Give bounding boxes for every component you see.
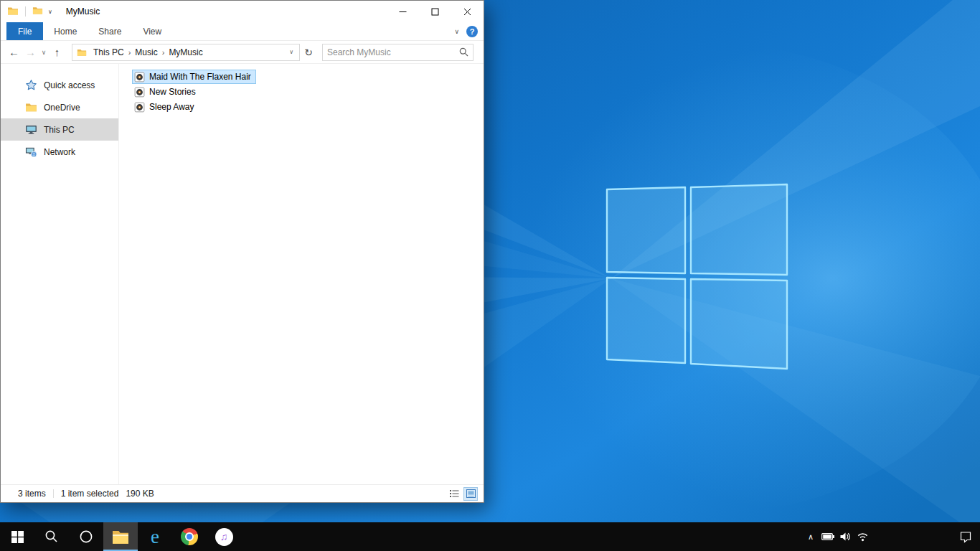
tab-file[interactable]: File (6, 22, 43, 40)
qat-dropdown-icon[interactable]: ∨ (47, 9, 54, 15)
large-icons-view-button[interactable] (463, 487, 478, 501)
sidebar-item-this-pc[interactable]: This PC (1, 118, 118, 141)
star-icon (24, 79, 37, 91)
status-bar: 3 items 1 item selected 190 KB (1, 484, 484, 502)
ribbon-tab-bar: File Home Share View ∨ ? (1, 22, 484, 41)
window-body: Quick access OneDrive (1, 64, 484, 484)
computer-icon (24, 123, 37, 136)
ribbon-right-controls: ∨ ? (454, 22, 484, 40)
music-file-icon (134, 72, 145, 83)
help-button[interactable]: ? (466, 26, 478, 37)
action-center-button[interactable] (951, 522, 980, 551)
itunes-logo: ♫ (215, 528, 233, 546)
maximize-button[interactable] (419, 1, 451, 22)
speaker-icon[interactable] (837, 522, 854, 551)
separator (53, 489, 54, 498)
close-button[interactable] (451, 1, 484, 22)
qat-folder-icon[interactable] (32, 5, 43, 18)
taskbar-itunes-icon[interactable]: ♫ (207, 522, 241, 551)
sidebar-item-quick-access[interactable]: Quick access (1, 74, 118, 96)
address-toolbar: ← → ∨ ↑ This PC › Music › MyMusic ∨ ↻ (1, 41, 484, 64)
folder-icon (77, 47, 87, 57)
system-tray: ∧ (802, 522, 980, 551)
titlebar: ∨ MyMusic (1, 1, 484, 22)
file-item[interactable]: Maid With The Flaxen Hair (132, 70, 256, 84)
file-name: New Stories (149, 87, 196, 97)
wifi-icon[interactable] (854, 522, 871, 551)
status-item-count: 3 items (18, 489, 46, 499)
breadcrumb-this-pc[interactable]: This PC (90, 47, 127, 57)
music-note-icon: ♫ (220, 531, 228, 542)
network-icon (24, 146, 37, 158)
taskbar: e ♫ ∧ (0, 522, 980, 551)
taskbar-search-icon[interactable] (34, 522, 69, 551)
folder-icon (24, 101, 37, 113)
breadcrumb-mymusic[interactable]: MyMusic (166, 47, 205, 57)
recent-locations-dropdown-icon[interactable]: ∨ (39, 44, 49, 61)
search-icon[interactable] (459, 47, 473, 57)
system-folder-icon[interactable] (7, 5, 19, 19)
chrome-logo (181, 528, 198, 545)
chevron-right-icon[interactable]: › (127, 48, 133, 57)
breadcrumb-music[interactable]: Music (132, 47, 160, 57)
window-title: MyMusic (66, 6, 100, 17)
forward-button[interactable]: → (22, 44, 39, 61)
sidebar-item-label: This PC (44, 125, 75, 135)
battery-icon[interactable] (819, 522, 837, 551)
sidebar-item-onedrive[interactable]: OneDrive (1, 96, 118, 118)
window-controls (387, 1, 484, 22)
sidebar-item-label: OneDrive (44, 103, 80, 113)
separator (25, 6, 26, 17)
file-name: Maid With The Flaxen Hair (149, 72, 251, 82)
back-button[interactable]: ← (6, 44, 22, 61)
sidebar-item-label: Network (44, 147, 75, 157)
cortana-icon[interactable] (69, 522, 103, 551)
address-bar[interactable]: This PC › Music › MyMusic ∨ (72, 44, 300, 61)
taskbar-internet-explorer-icon[interactable]: e (138, 522, 172, 551)
chevron-right-icon[interactable]: › (161, 48, 166, 57)
expand-ribbon-icon[interactable]: ∨ (454, 28, 459, 35)
refresh-button[interactable]: ↻ (300, 44, 317, 61)
music-file-icon (134, 102, 145, 113)
music-file-icon (134, 87, 145, 98)
sidebar-item-label: Quick access (44, 80, 95, 90)
desktop: ∨ MyMusic File Home (0, 0, 980, 551)
minimize-button[interactable] (387, 1, 419, 22)
file-item[interactable]: Sleep Away (132, 100, 199, 114)
up-button[interactable]: ↑ (49, 44, 65, 61)
file-name: Sleep Away (149, 102, 194, 112)
taskbar-chrome-icon[interactable] (172, 522, 207, 551)
search-box (322, 44, 473, 61)
details-view-button[interactable] (447, 487, 461, 501)
status-selection-size: 190 KB (126, 489, 154, 499)
show-hidden-icons-button[interactable]: ∧ (802, 522, 819, 551)
tab-share[interactable]: Share (88, 22, 132, 40)
sidebar-item-network[interactable]: Network (1, 141, 118, 163)
tab-home[interactable]: Home (43, 22, 88, 40)
file-list[interactable]: Maid With The Flaxen Hair New Stories (119, 64, 484, 484)
status-selection: 1 item selected (61, 489, 119, 499)
start-button[interactable] (0, 522, 34, 551)
taskbar-file-explorer-icon[interactable] (103, 522, 138, 551)
file-item[interactable]: New Stories (132, 85, 201, 99)
address-dropdown-icon[interactable]: ∨ (286, 49, 296, 55)
ie-glyph: e (151, 527, 159, 547)
search-input[interactable] (323, 47, 459, 57)
navigation-pane: Quick access OneDrive (1, 64, 119, 484)
tab-view[interactable]: View (132, 22, 172, 40)
file-explorer-window: ∨ MyMusic File Home (0, 0, 484, 503)
quick-access-toolbar: ∨ (7, 5, 54, 19)
view-toggles (447, 487, 478, 501)
